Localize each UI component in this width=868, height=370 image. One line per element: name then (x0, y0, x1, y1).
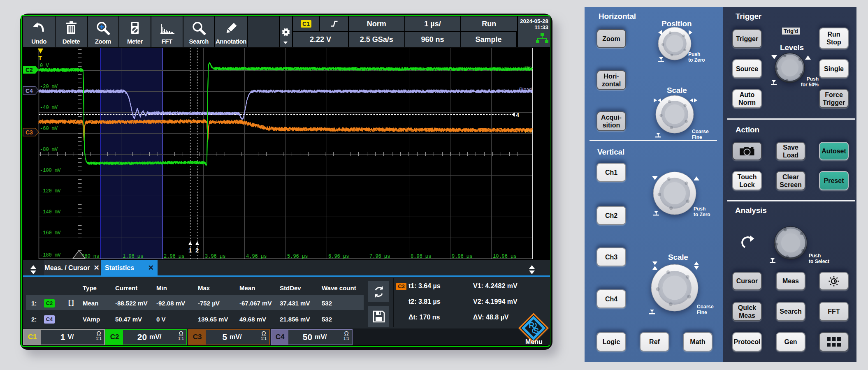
svg-text:C2: C2 (26, 67, 33, 73)
svg-text:5.96 µs: 5.96 µs (287, 254, 308, 259)
svg-text:0 V: 0 V (40, 63, 49, 69)
svg-text:3.96 µs: 3.96 µs (205, 254, 225, 259)
svg-text:4.96 µs: 4.96 µs (246, 254, 267, 259)
svg-text:1: 1 (188, 247, 192, 254)
svg-text:10.96 µs: 10.96 µs (493, 254, 517, 259)
svg-text:-20 mV: -20 mV (40, 84, 58, 90)
svg-text:2: 2 (195, 247, 199, 254)
svg-text:Pis: Pis (525, 65, 531, 71)
svg-text:-60 mV: -60 mV (40, 126, 58, 132)
svg-text:-140 mV: -140 mV (40, 209, 61, 215)
svg-text:-80 mV: -80 mV (40, 147, 58, 153)
svg-text:7.96 µs: 7.96 µs (369, 254, 390, 259)
svg-text:8.96 µs: 8.96 µs (411, 254, 431, 259)
svg-text:-40 mV: -40 mV (40, 105, 58, 111)
svg-text:-160 mV: -160 mV (40, 230, 61, 236)
svg-text:C3: C3 (26, 129, 33, 136)
svg-text:2.96 µs: 2.96 µs (164, 254, 184, 259)
svg-text:-100 mV: -100 mV (40, 168, 61, 173)
svg-text:T: T (38, 54, 42, 61)
svg-text:C4: C4 (26, 88, 33, 94)
svg-text:Pload: Pload (519, 87, 532, 92)
svg-text:4: 4 (516, 112, 519, 118)
svg-text:Prs: Prs (525, 129, 532, 134)
svg-text:9.96 µs: 9.96 µs (452, 254, 472, 259)
svg-text:6.96 µs: 6.96 µs (328, 254, 349, 259)
svg-text:-120 mV: -120 mV (40, 188, 61, 194)
svg-text:-180 mV: -180 mV (40, 252, 61, 258)
svg-text:1.96 µs: 1.96 µs (123, 254, 143, 259)
